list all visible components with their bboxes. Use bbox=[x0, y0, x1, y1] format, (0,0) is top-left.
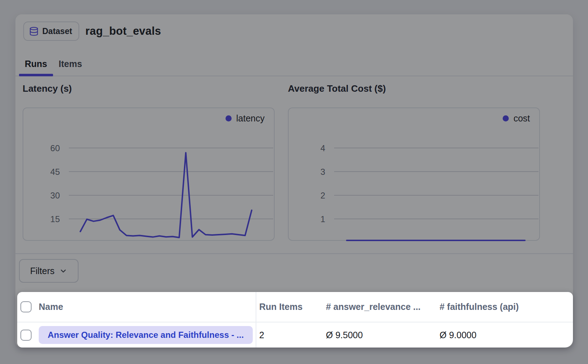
header-checkbox-cell bbox=[17, 292, 39, 322]
column-header-answer-relevance[interactable]: # answer_relevance ... bbox=[322, 292, 436, 322]
column-header-run-items[interactable]: Run Items bbox=[256, 292, 322, 322]
column-header-faithfulness[interactable]: # faithfulness (api) bbox=[436, 292, 573, 322]
table-column-divider bbox=[256, 292, 256, 348]
row-name-cell: Answer Quality: Relevance and Faithfulne… bbox=[39, 322, 256, 348]
row-checkbox-cell bbox=[17, 322, 39, 348]
row-run-items-cell: 2 bbox=[256, 322, 322, 348]
runs-table: Name Run Items # answer_relevance ... # … bbox=[17, 292, 573, 348]
select-all-checkbox[interactable] bbox=[20, 301, 32, 312]
row-answer-relevance-cell: Ø 9.5000 bbox=[322, 322, 436, 348]
row-faithfulness-cell: Ø 9.0000 bbox=[436, 322, 573, 348]
run-name-link[interactable]: Answer Quality: Relevance and Faithfulne… bbox=[39, 326, 253, 344]
row-checkbox[interactable] bbox=[20, 330, 32, 341]
column-header-name[interactable]: Name bbox=[39, 292, 256, 322]
